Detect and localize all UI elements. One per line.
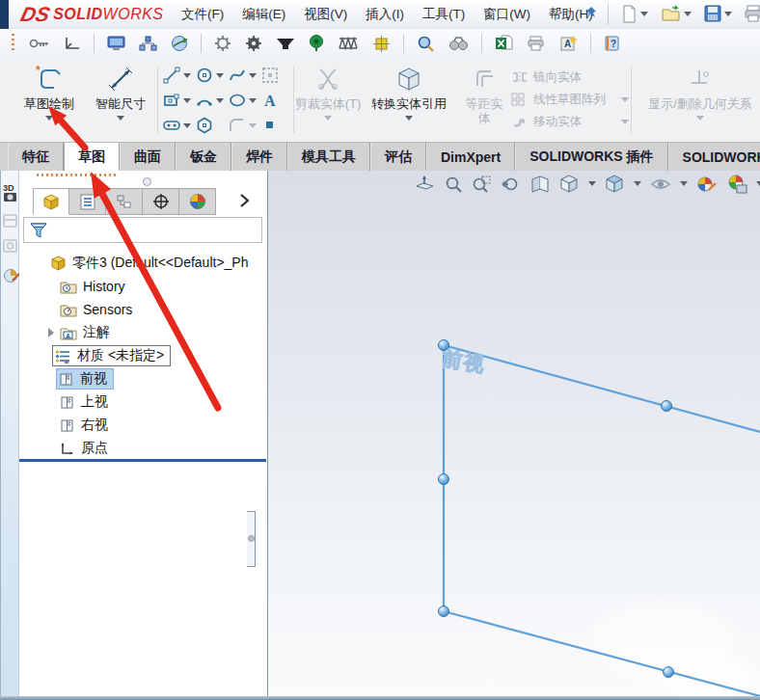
tree-item-right-plane[interactable]: 右视 [19,414,268,437]
tab-sw-mbd[interactable]: SOLIDWORKS MBD [668,143,760,171]
tab-property-manager[interactable] [69,188,106,215]
tab-configuration-manager[interactable] [106,188,143,215]
menu-file[interactable]: 文件(F) [177,4,228,25]
tab-feature-tree[interactable] [33,188,69,215]
tab-mold-tools[interactable]: 模具工具 [287,143,370,171]
dropdown-caret[interactable] [183,73,191,78]
smart-dimension-button[interactable]: 智能尺寸 [89,62,152,137]
trim-entities-button[interactable]: 剪裁实体(T) [297,62,359,137]
ellipse-tool-button[interactable] [228,89,259,112]
menu-edit[interactable]: 编辑(E) [238,4,289,25]
rectangle-tool-button[interactable] [162,89,194,112]
new-document-button[interactable] [621,5,648,23]
panel-splitter-handle[interactable] [247,511,256,567]
offset-entities-button[interactable]: 等距实体 [461,62,507,137]
tree-root-part[interactable]: 零件3 (Default<<Default>_Ph [19,252,268,275]
text-tool-button[interactable]: A [260,89,292,112]
rollback-bar[interactable] [19,459,266,462]
sketch-draw-button[interactable]: * 草图绘制 [12,62,87,137]
display-relations-button[interactable]: 显示/删除几何关系 [637,62,760,137]
dropdown-caret[interactable] [45,116,53,121]
plane-edges[interactable] [444,345,760,696]
polygon-tool-button[interactable] [195,114,227,137]
mirror-entities-button[interactable]: 镜向实体 [511,67,629,87]
plane-resize-handles[interactable] [439,340,674,678]
funnel-icon[interactable] [276,37,295,51]
panel-collapse-button[interactable] [143,177,151,186]
dropdown-caret[interactable] [324,116,332,121]
print-preview-icon[interactable] [527,36,546,52]
dropdown-caret[interactable] [621,97,629,102]
tab-dimxpert-manager[interactable] [143,188,179,215]
dropdown-caret[interactable] [621,120,629,124]
fillet-tool-button[interactable] [228,114,259,137]
3d-views-icon[interactable]: 3D [3,182,19,203]
hidden-pane-icon[interactable] [3,236,19,256]
new-note-icon[interactable]: A [559,35,578,52]
panel-drag-handle[interactable] [37,174,118,176]
excel-export-icon[interactable] [495,35,513,52]
arc-tool-button[interactable] [195,89,227,112]
tree-item-top-plane[interactable]: 上视 [19,390,268,414]
dropdown-caret[interactable] [249,73,257,78]
magnifier-icon[interactable] [417,35,435,52]
menu-tools[interactable]: 工具(T) [419,4,469,25]
expand-arrow-icon[interactable] [46,327,56,338]
save-button[interactable] [704,5,732,23]
globe-icon[interactable] [171,35,188,52]
spline-tool-button[interactable] [228,64,259,87]
dropdown-caret[interactable] [216,98,224,103]
linear-pattern-button[interactable]: 线性草图阵列 [511,90,629,109]
tab-sketch[interactable]: 草图 [64,143,120,171]
spring-icon[interactable] [338,36,359,51]
monitor-icon[interactable] [107,36,125,52]
toolbar-drag-handle[interactable] [12,34,14,53]
dropdown-caret[interactable] [696,116,704,121]
binoculars-icon[interactable] [448,36,469,51]
gear-icon[interactable] [214,35,231,52]
tree-item-sensors[interactable]: Sensors [19,298,268,321]
dropdown-caret[interactable] [183,123,191,128]
circle-tool-button[interactable] [195,64,227,87]
tab-sw-addins[interactable]: SOLIDWORKS 插件 [515,143,667,171]
line-tool-button[interactable] [162,64,194,87]
key-icon[interactable] [29,36,50,51]
hierarchy-icon[interactable] [139,36,157,52]
green-pin-icon[interactable] [309,35,324,52]
menu-insert[interactable]: 插入(I) [362,4,408,25]
dropdown-caret[interactable] [183,98,191,103]
dropdown-caret[interactable] [249,98,257,103]
dark-gear-icon[interactable] [245,35,262,52]
menu-window[interactable]: 窗口(W) [479,4,534,25]
hidden-pane-icon[interactable] [3,211,19,230]
dropdown-caret[interactable] [117,116,124,121]
tab-dimxpert[interactable]: DimXpert [426,143,515,171]
selection-box-button[interactable] [260,64,292,87]
panel-expand-chevron-icon[interactable] [237,192,251,209]
move-entities-button[interactable]: 移动实体 [511,112,629,131]
tab-surfaces[interactable]: 曲面 [120,143,176,171]
tree-item-history[interactable]: History [19,275,268,298]
menu-view[interactable]: 视图(V) [300,4,351,25]
tree-item-material[interactable]: 材质 <未指定> [19,344,268,367]
point-tool-button[interactable] [260,114,292,137]
dropdown-caret[interactable] [216,73,224,78]
slot-tool-button[interactable] [162,114,194,137]
tab-sheet-metal[interactable]: 钣金 [176,143,231,171]
tab-display-manager[interactable] [179,188,216,215]
tree-item-annotations[interactable]: A 注解 [19,321,268,344]
tab-features[interactable]: 特征 [8,143,64,171]
pin-menu-icon[interactable] [584,6,599,23]
print-button[interactable] [745,5,760,23]
appearance-pencil-icon[interactable] [3,265,20,284]
tab-weldments[interactable]: 焊件 [231,143,287,171]
dropdown-caret[interactable] [405,116,413,121]
tab-evaluate[interactable]: 评估 [370,143,426,171]
dropdown-caret[interactable] [249,123,257,128]
help-book-icon[interactable]: ? [604,35,620,52]
tree-item-origin[interactable]: 原点 [19,437,268,460]
tolerance-part-icon[interactable] [372,35,391,53]
convert-entities-button[interactable]: 转换实体引用 [361,62,457,137]
corner-ruler-icon[interactable] [64,36,81,51]
open-button[interactable] [662,5,692,23]
